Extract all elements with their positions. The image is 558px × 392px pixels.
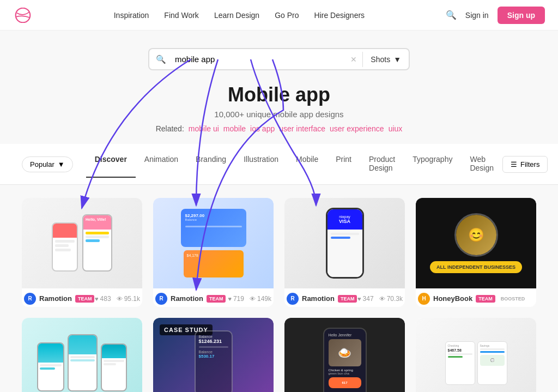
heart-icon-2: ♥ — [228, 295, 232, 302]
stat-views-3: 👁 70.3k — [379, 295, 403, 303]
stat-likes-3: ♥ 347 — [357, 295, 374, 303]
related-label: Related: — [156, 124, 184, 133]
card-author-3: R Ramotion TEAM — [287, 293, 357, 305]
tab-discover[interactable]: Discover — [86, 150, 136, 178]
search-bar-icon: 🔍 — [149, 55, 173, 64]
eye-icon-3: 👁 — [379, 295, 385, 302]
boosted-label-4: BOOSTED — [501, 296, 525, 301]
search-bar: 🔍 ✕ Shots ▼ — [148, 48, 410, 70]
nav-learn-design[interactable]: Learn Design — [214, 11, 259, 20]
card-thumb-8: Checking $467.58 Savings 💬 — [416, 318, 536, 392]
search-type-dropdown[interactable]: Shots ▼ — [363, 55, 409, 64]
stat-views-2: 👁 149k — [250, 295, 271, 303]
heart-icon-3: ♥ — [357, 295, 361, 302]
stat-likes-1: ♥ 483 — [95, 295, 111, 303]
tab-print[interactable]: Print — [327, 150, 360, 178]
popular-dropdown[interactable]: Popular ▼ — [22, 156, 73, 172]
filters-button[interactable]: ☰ Filters — [502, 156, 548, 173]
card-author-4: H HoneyBook TEAM BOOSTED — [418, 293, 525, 305]
card-2[interactable]: $2,297.00 Balance $4,178 R Ra — [153, 198, 274, 307]
tab-product-design[interactable]: Product Design — [360, 150, 404, 178]
nav-find-work[interactable]: Find Work — [164, 11, 199, 20]
logo[interactable] — [13, 8, 33, 23]
card-thumb-2: $2,297.00 Balance $4,178 — [153, 198, 274, 288]
nav-right: 🔍 Sign in Sign up — [446, 7, 545, 24]
nav-go-pro[interactable]: Go Pro — [275, 11, 299, 20]
card-meta-2: R Ramotion TEAM ♥ 719 👁 149k — [153, 288, 274, 307]
page-title-section: Mobile app 10,000+ unique mobile app des… — [156, 83, 403, 133]
filter-right: ☰ Filters — [502, 156, 548, 173]
card-author-2: R Ramotion TEAM — [155, 293, 226, 305]
nav-inspiration[interactable]: Inspiration — [114, 11, 149, 20]
related-tags: Related: mobile ui mobile ios app user i… — [156, 124, 403, 133]
nav-hire-designers[interactable]: Hire Designers — [314, 11, 365, 20]
badge-team-3: TEAM — [338, 295, 357, 303]
card-stats-3: ♥ 347 👁 70.3k — [357, 295, 403, 303]
related-tag-mobile-ui[interactable]: mobile ui — [189, 124, 219, 133]
card-meta-1: R Ramotion TEAM ♥ 483 👁 95.1k — [22, 288, 142, 307]
stat-likes-2: ♥ 719 — [228, 295, 244, 303]
tab-animation[interactable]: Animation — [136, 150, 187, 178]
signin-link[interactable]: Sign in — [465, 11, 489, 20]
card-7[interactable]: Hello Jennifer 🍛 Chicken & spring green … — [284, 318, 405, 392]
search-input[interactable] — [173, 49, 345, 69]
eye-icon-2: 👁 — [250, 295, 256, 302]
avatar-1: R — [24, 293, 36, 305]
avatar-2: R — [155, 293, 167, 305]
tab-branding[interactable]: Branding — [187, 150, 235, 178]
tab-mobile[interactable]: Mobile — [287, 150, 327, 178]
search-clear-button[interactable]: ✕ — [345, 55, 362, 64]
badge-team-1: TEAM — [75, 295, 95, 303]
related-tag-ios-app[interactable]: ios app — [250, 124, 275, 133]
card-5[interactable]: R Ramotion TEAM ♥ 483 👁 152k — [22, 318, 142, 392]
related-tag-mobile[interactable]: mobile — [223, 124, 246, 133]
related-tag-uiux[interactable]: uiux — [389, 124, 403, 133]
filters-label: Filters — [520, 160, 539, 168]
card-3[interactable]: niapayVISA R Ramoti — [284, 198, 405, 307]
card-thumb-3: niapayVISA — [284, 198, 405, 288]
author-name-1: Ramotion — [39, 294, 72, 303]
card-meta-4: H HoneyBook TEAM BOOSTED — [416, 288, 536, 307]
card-thumb-4: 😊 ALL INDEPENDENT BUSINESSES — [416, 198, 536, 288]
cards-grid: Hello, Ville! — [22, 198, 536, 392]
chevron-down-icon: ▼ — [58, 160, 65, 168]
tab-web-design[interactable]: Web Design — [461, 150, 502, 178]
filter-left: Popular ▼ Discover Animation Branding Il… — [22, 150, 502, 178]
related-tag-user-interface[interactable]: user interface — [279, 124, 325, 133]
tab-typography[interactable]: Typography — [404, 150, 461, 178]
eye-icon: 👁 — [117, 295, 123, 302]
search-icon[interactable]: 🔍 — [446, 10, 457, 20]
card-thumb-6: CASE STUDY Balance $1246.231 Balance $53… — [153, 318, 274, 392]
page-subtitle: 10,000+ unique mobile app designs — [156, 110, 403, 119]
card-8[interactable]: Checking $467.58 Savings 💬 — [416, 318, 536, 392]
filters-icon: ☰ — [511, 160, 517, 168]
signup-button[interactable]: Sign up — [498, 7, 545, 24]
popular-label: Popular — [30, 160, 54, 168]
badge-team-2: TEAM — [207, 295, 226, 303]
card-meta-3: R Ramotion TEAM ♥ 347 👁 70.3k — [284, 288, 405, 307]
card-author-1: R Ramotion TEAM — [24, 293, 94, 305]
card-6[interactable]: CASE STUDY Balance $1246.231 Balance $53… — [153, 318, 274, 392]
avatar-4: H — [418, 293, 430, 305]
card-4[interactable]: 😊 ALL INDEPENDENT BUSINESSES H HoneyBook… — [416, 198, 536, 307]
page-title: Mobile app — [156, 83, 403, 106]
author-name-4: HoneyBook — [433, 294, 472, 303]
related-tag-user-experience[interactable]: user experience — [330, 124, 384, 133]
card-stats-1: ♥ 483 👁 95.1k — [95, 295, 140, 303]
heart-icon: ♥ — [95, 295, 99, 302]
card-stats-2: ♥ 719 👁 149k — [228, 295, 271, 303]
tab-illustration[interactable]: Illustration — [235, 150, 287, 178]
stat-views-1: 👁 95.1k — [117, 295, 140, 303]
svg-point-1 — [16, 8, 31, 22]
author-name-2: Ramotion — [171, 294, 203, 303]
search-section: 🔍 ✕ Shots ▼ Mobile app 10,000+ unique mo… — [0, 31, 558, 137]
card-thumb-7: Hello Jennifer 🍛 Chicken & spring green … — [284, 318, 405, 392]
chevron-down-icon: ▼ — [393, 55, 401, 64]
badge-team-4: TEAM — [476, 295, 495, 303]
card-1[interactable]: Hello, Ville! — [22, 198, 142, 307]
avatar-3: R — [287, 293, 299, 305]
search-type-label: Shots — [371, 55, 390, 64]
filter-bar: Popular ▼ Discover Animation Branding Il… — [0, 144, 558, 185]
author-name-3: Ramotion — [302, 294, 335, 303]
card-thumb-5 — [22, 318, 142, 392]
